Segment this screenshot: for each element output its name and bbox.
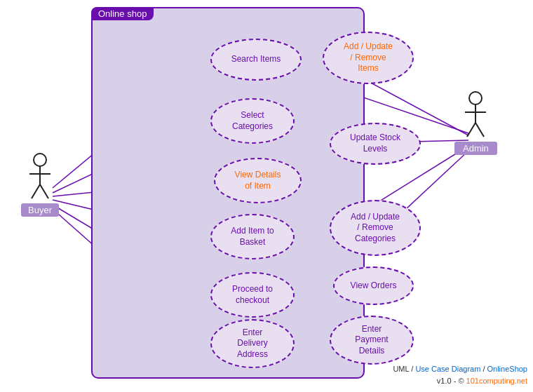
svg-line-20 <box>475 123 484 137</box>
svg-line-19 <box>467 123 475 137</box>
actor-buyer: Buyer <box>21 153 59 217</box>
usecase-view-details: View Detailsof Item <box>214 158 302 203</box>
admin-label: Admin <box>454 142 497 155</box>
svg-line-14 <box>32 184 40 198</box>
usecase-enter-payment: EnterPaymentDetails <box>330 316 414 365</box>
system-label: Online shop <box>91 7 154 20</box>
usecase-add-basket: Add Item toBasket <box>210 214 295 259</box>
watermark-line2: v1.0 - © 101computing.net <box>393 375 527 387</box>
buyer-label: Buyer <box>21 203 59 217</box>
usecase-add-update-categories: Add / Update/ RemoveCategories <box>330 200 421 256</box>
usecase-view-orders: View Orders <box>333 266 414 305</box>
watermark: UML / Use Case Diagram / OnlineShop v1.0… <box>393 363 527 386</box>
usecase-enter-delivery: EnterDeliveryAddress <box>210 319 295 368</box>
svg-point-16 <box>469 92 482 104</box>
buyer-figure <box>26 153 54 202</box>
usecase-select-categories: SelectCategories <box>210 98 295 144</box>
usecase-proceed-checkout: Proceed tocheckout <box>210 272 295 318</box>
svg-point-11 <box>34 154 46 166</box>
actor-admin: Admin <box>454 91 497 155</box>
usecase-search: Search Items <box>210 39 302 81</box>
svg-line-15 <box>40 184 48 198</box>
watermark-line1: UML / Use Case Diagram / OnlineShop <box>393 363 527 375</box>
admin-figure <box>461 91 490 140</box>
usecase-update-stock: Update StockLevels <box>330 123 421 165</box>
usecase-add-update-items: Add / Update/ RemoveItems <box>323 32 414 84</box>
